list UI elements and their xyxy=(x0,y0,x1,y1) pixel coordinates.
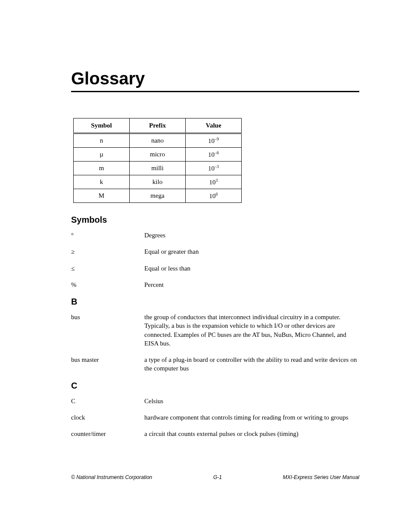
definition: the group of conductors that interconnec… xyxy=(144,313,359,348)
prefix-table: Symbol Prefix Value n nano 10–9 µ micro … xyxy=(73,118,242,203)
cell-value: 10–9 xyxy=(186,134,242,148)
cell-prefix: micro xyxy=(130,148,186,162)
cell-symbol: µ xyxy=(74,148,130,162)
term: clock xyxy=(71,413,144,422)
cell-value: 103 xyxy=(186,175,242,189)
term: counter/timer xyxy=(71,429,144,438)
term: % xyxy=(71,280,144,289)
term: bus master xyxy=(71,355,144,364)
cell-value: 10–6 xyxy=(186,148,242,162)
page-content: Glossary Symbol Prefix Value n nano 10–9… xyxy=(0,0,411,438)
table-row: M mega 106 xyxy=(74,189,242,203)
glossary-entry: C Celsius xyxy=(71,397,359,405)
page-footer: © National Instruments Corporation G-1 M… xyxy=(71,474,359,480)
term: bus xyxy=(71,313,144,321)
glossary-entry: counter/timer a circuit that counts exte… xyxy=(71,429,359,438)
term: ° xyxy=(71,231,144,240)
footer-right: MXI-Express Series User Manual xyxy=(283,474,359,480)
definition: a circuit that counts external pulses or… xyxy=(144,429,359,438)
header-symbol: Symbol xyxy=(74,118,130,134)
term: ≤ xyxy=(71,264,144,273)
table-row: k kilo 103 xyxy=(74,175,242,189)
cell-symbol: n xyxy=(74,134,130,148)
footer-center: G-1 xyxy=(213,474,222,480)
glossary-entry: ≤ Equal or less than xyxy=(71,264,359,273)
definition: Percent xyxy=(144,280,359,289)
table-header-row: Symbol Prefix Value xyxy=(74,118,242,134)
footer-left: © National Instruments Corporation xyxy=(71,474,152,480)
section-heading-symbols: Symbols xyxy=(71,215,359,225)
glossary-entry: ° Degrees xyxy=(71,231,359,240)
cell-value: 10–3 xyxy=(186,162,242,175)
cell-symbol: M xyxy=(74,189,130,203)
table-row: n nano 10–9 xyxy=(74,134,242,148)
header-prefix: Prefix xyxy=(130,118,186,134)
cell-symbol: k xyxy=(74,175,130,189)
definition: a type of a plug-in board or controller … xyxy=(144,355,359,373)
table-row: m milli 10–3 xyxy=(74,162,242,175)
definition: Degrees xyxy=(144,231,359,240)
section-heading-c: C xyxy=(71,381,359,391)
term: C xyxy=(71,397,144,405)
section-heading-b: B xyxy=(71,297,359,307)
header-value: Value xyxy=(186,118,242,134)
page-title: Glossary xyxy=(71,69,359,92)
definition: Equal or greater than xyxy=(144,247,359,256)
cell-prefix: mega xyxy=(130,189,186,203)
glossary-entry: bus the group of conductors that interco… xyxy=(71,313,359,348)
table-row: µ micro 10–6 xyxy=(74,148,242,162)
glossary-entry: bus master a type of a plug-in board or … xyxy=(71,355,359,373)
cell-prefix: kilo xyxy=(130,175,186,189)
cell-value: 106 xyxy=(186,189,242,203)
definition: Equal or less than xyxy=(144,264,359,273)
glossary-entry: % Percent xyxy=(71,280,359,289)
cell-prefix: milli xyxy=(130,162,186,175)
definition: hardware component that controls timing … xyxy=(144,413,359,422)
cell-symbol: m xyxy=(74,162,130,175)
term: ≥ xyxy=(71,247,144,256)
glossary-entry: clock hardware component that controls t… xyxy=(71,413,359,422)
glossary-entry: ≥ Equal or greater than xyxy=(71,247,359,256)
definition: Celsius xyxy=(144,397,359,405)
cell-prefix: nano xyxy=(130,134,186,148)
